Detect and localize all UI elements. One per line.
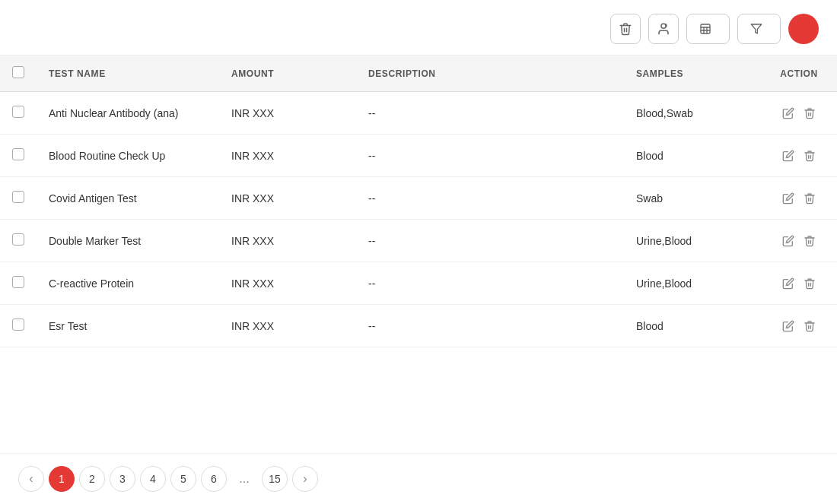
action-cell (773, 320, 825, 332)
row-testname: Covid Antigen Test (37, 177, 219, 220)
trash-row-icon (804, 107, 816, 119)
user-button[interactable] (648, 14, 679, 44)
delete-row-button[interactable] (804, 320, 816, 332)
delete-button[interactable] (610, 14, 641, 44)
delete-row-button[interactable] (804, 150, 816, 162)
row-checkbox[interactable] (12, 106, 24, 118)
import-icon (699, 23, 711, 35)
row-amount: INR XXX (219, 305, 356, 347)
row-testname: Double Marker Test (37, 220, 219, 262)
pagination-prev[interactable]: ‹ (18, 466, 44, 492)
pagination-page-4[interactable]: 4 (140, 466, 166, 492)
row-samples: Urine,Blood (624, 220, 761, 262)
col-header-testname: TEST NAME (37, 55, 219, 92)
row-description: -- (356, 177, 624, 220)
row-amount: INR XXX (219, 92, 356, 135)
row-description: -- (356, 92, 624, 135)
row-amount: INR XXX (219, 135, 356, 177)
svg-marker-6 (751, 24, 761, 33)
row-action (761, 177, 837, 220)
edit-button[interactable] (782, 277, 794, 290)
row-action (761, 305, 837, 347)
row-check (0, 305, 37, 347)
pagination-dots: ... (231, 466, 257, 492)
pagination-next[interactable]: › (292, 466, 318, 492)
edit-icon (782, 192, 794, 204)
row-samples: Swab (624, 177, 761, 220)
edit-button[interactable] (782, 192, 794, 204)
pagination-page-3[interactable]: 3 (110, 466, 135, 492)
row-checkbox[interactable] (12, 148, 24, 160)
edit-icon (782, 107, 794, 119)
row-samples: Blood,Swab (624, 92, 761, 135)
row-checkbox[interactable] (12, 319, 24, 331)
action-cell (773, 107, 825, 119)
col-header-description: DESCRIPTION (356, 55, 624, 92)
action-cell (773, 150, 825, 162)
add-button[interactable] (788, 14, 819, 44)
table-row: Blood Routine Check Up INR XXX -- Blood (0, 135, 837, 177)
table-row: C-reactive Protein INR XXX -- Urine,Bloo… (0, 262, 837, 305)
pagination-page-2[interactable]: 2 (79, 466, 105, 492)
row-samples: Blood (624, 135, 761, 177)
row-samples: Blood (624, 305, 761, 347)
row-description: -- (356, 135, 624, 177)
edit-icon (782, 235, 794, 247)
pagination-page-15[interactable]: 15 (262, 466, 288, 492)
page: TEST NAME AMOUNT DESCRIPTION SAMPLES ACT… (0, 0, 837, 504)
edit-icon (782, 277, 794, 290)
svg-rect-1 (701, 24, 710, 33)
edit-button[interactable] (782, 150, 794, 162)
edit-button[interactable] (782, 320, 794, 332)
row-check (0, 135, 37, 177)
row-testname: C-reactive Protein (37, 262, 219, 305)
edit-button[interactable] (782, 235, 794, 247)
table-row: Covid Antigen Test INR XXX -- Swab (0, 177, 837, 220)
filter-button[interactable] (737, 14, 781, 44)
table-row: Double Marker Test INR XXX -- Urine,Bloo… (0, 220, 837, 262)
pagination-page-6[interactable]: 6 (201, 466, 227, 492)
row-checkbox[interactable] (12, 276, 24, 288)
col-header-action: ACTION (761, 55, 837, 92)
action-cell (773, 277, 825, 290)
row-checkbox[interactable] (12, 191, 24, 203)
edit-icon (782, 150, 794, 162)
action-cell (773, 235, 825, 247)
delete-row-button[interactable] (804, 235, 816, 247)
trash-row-icon (804, 192, 816, 204)
col-header-check (0, 55, 37, 92)
table-body: Anti Nuclear Antibody (ana) INR XXX -- B… (0, 92, 837, 347)
row-check (0, 92, 37, 135)
row-checkbox[interactable] (12, 233, 24, 246)
row-amount: INR XXX (219, 177, 356, 220)
user-icon (657, 22, 670, 36)
trash-icon (619, 22, 632, 36)
edit-button[interactable] (782, 107, 794, 119)
svg-point-0 (661, 24, 666, 28)
row-testname: Anti Nuclear Antibody (ana) (37, 92, 219, 135)
col-header-amount: AMOUNT (219, 55, 356, 92)
header-actions (610, 14, 819, 44)
header-checkbox[interactable] (12, 66, 24, 78)
import-excel-button[interactable] (686, 14, 730, 44)
trash-row-icon (804, 277, 816, 290)
action-cell (773, 192, 825, 204)
trash-row-icon (804, 320, 816, 332)
pagination-page-5[interactable]: 5 (170, 466, 196, 492)
row-description: -- (356, 262, 624, 305)
row-testname: Esr Test (37, 305, 219, 347)
table-row: Esr Test INR XXX -- Blood (0, 305, 837, 347)
row-amount: INR XXX (219, 262, 356, 305)
edit-icon (782, 320, 794, 332)
pagination-page-1[interactable]: 1 (49, 466, 75, 492)
trash-row-icon (804, 235, 816, 247)
delete-row-button[interactable] (804, 107, 816, 119)
row-action (761, 220, 837, 262)
filter-icon (750, 23, 762, 35)
row-check (0, 220, 37, 262)
row-check (0, 177, 37, 220)
row-testname: Blood Routine Check Up (37, 135, 219, 177)
delete-row-button[interactable] (804, 277, 816, 290)
delete-row-button[interactable] (804, 192, 816, 204)
row-description: -- (356, 305, 624, 347)
